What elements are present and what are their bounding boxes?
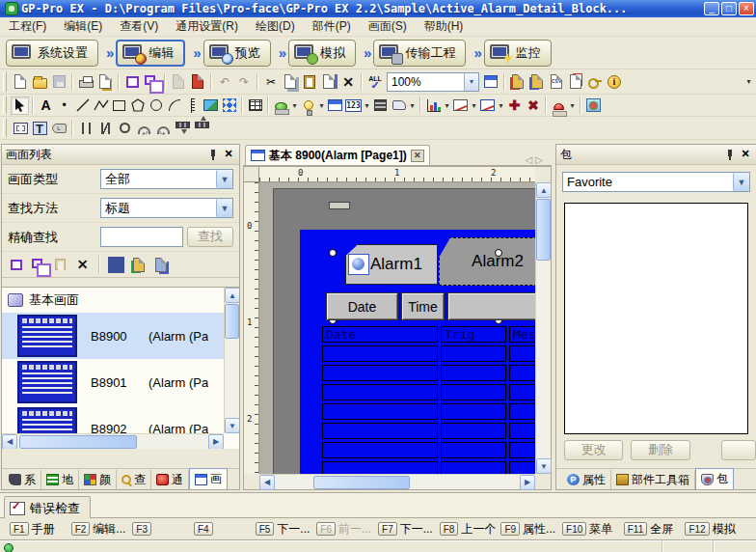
delete-button[interactable]: 删除 bbox=[631, 440, 689, 460]
zoom-dropdown-icon[interactable]: ▾ bbox=[464, 73, 478, 91]
scroll-down-icon[interactable]: ▼ bbox=[536, 458, 552, 474]
new-screen-icon[interactable] bbox=[122, 72, 142, 92]
monitor-button[interactable]: 监控 bbox=[484, 40, 552, 67]
alarm-part-icon[interactable] bbox=[550, 97, 568, 115]
find-method-combobox[interactable]: 标题 ▼ bbox=[100, 198, 233, 218]
tab-screen-list[interactable]: 画 bbox=[189, 468, 228, 489]
lamp-part-icon[interactable] bbox=[299, 97, 317, 115]
canvas-viewport[interactable]: Alarm1 Alarm2 Date Time Date bbox=[259, 182, 535, 474]
scrollbar-thumb[interactable] bbox=[225, 304, 239, 339]
alarm1-tab-part[interactable]: Alarm1 bbox=[345, 244, 438, 285]
close-button[interactable]: × bbox=[739, 2, 754, 15]
fkey-f2[interactable]: F2编辑... bbox=[71, 521, 133, 538]
error-check-tab[interactable]: 错误检查 bbox=[4, 496, 91, 519]
scroll-up-icon[interactable]: ▲ bbox=[536, 182, 552, 198]
base-screen-group[interactable]: 基本画面 bbox=[2, 288, 239, 313]
tab-scroll-arrows[interactable]: ◁▷ bbox=[526, 154, 552, 165]
tab-system[interactable]: 系 bbox=[4, 470, 41, 489]
exact-search-input[interactable] bbox=[100, 227, 183, 247]
simulation-button[interactable]: 模拟 bbox=[288, 40, 356, 67]
circle-tool-icon[interactable] bbox=[147, 97, 165, 115]
print-preview-icon[interactable] bbox=[95, 72, 115, 92]
polygon-tool-icon[interactable] bbox=[128, 97, 147, 115]
tab-address[interactable]: 地 bbox=[41, 470, 79, 489]
panel-close-icon[interactable]: ✕ bbox=[222, 148, 235, 161]
undo-icon[interactable]: ↶ bbox=[215, 72, 234, 92]
arc-tool-icon[interactable] bbox=[165, 97, 183, 115]
error-check-all-icon[interactable]: ALL✓ bbox=[365, 72, 385, 92]
new-screen-icon[interactable] bbox=[7, 256, 25, 274]
preview-screen-icon[interactable] bbox=[107, 256, 125, 274]
data-transfer-down-icon[interactable] bbox=[173, 119, 192, 138]
date-column-button[interactable]: Date bbox=[326, 292, 398, 320]
next-screen-icon[interactable] bbox=[188, 72, 207, 92]
scroll-right-icon[interactable]: ▶ bbox=[208, 434, 224, 450]
search-button[interactable]: 查找 bbox=[187, 227, 233, 247]
paste-icon[interactable] bbox=[300, 72, 319, 92]
pin-icon[interactable] bbox=[206, 148, 220, 161]
tab-comment[interactable]: 通 bbox=[151, 470, 189, 489]
paste-screen-icon[interactable] bbox=[51, 256, 69, 274]
timer-off-icon[interactable] bbox=[153, 119, 173, 138]
partial-button[interactable] bbox=[721, 440, 756, 460]
small-part[interactable] bbox=[329, 202, 350, 209]
table-tool-icon[interactable] bbox=[246, 97, 264, 115]
menu-common-settings[interactable]: 通用设置(R) bbox=[167, 16, 247, 37]
screen-list-vertical-scrollbar[interactable]: ▲ ▼ bbox=[224, 288, 239, 433]
fkey-f10[interactable]: F10菜单 bbox=[562, 521, 624, 538]
selection-handle[interactable] bbox=[495, 249, 502, 257]
scale-tool-icon[interactable] bbox=[183, 97, 202, 115]
minimize-button[interactable]: _ bbox=[704, 2, 719, 15]
rotate-part-icon[interactable]: ✚ bbox=[524, 97, 542, 115]
redo-icon[interactable]: ↷ bbox=[234, 72, 254, 92]
fit-screen-icon[interactable] bbox=[481, 72, 500, 92]
scroll-up-icon[interactable]: ▲ bbox=[225, 288, 239, 303]
edit-button[interactable]: 编辑 bbox=[116, 40, 185, 67]
polyline-tool-icon[interactable] bbox=[92, 97, 110, 115]
tab-properties[interactable]: P属性 bbox=[562, 470, 611, 489]
contact-no-icon[interactable] bbox=[76, 119, 95, 138]
scrollbar-thumb[interactable] bbox=[313, 476, 410, 489]
package-combobox[interactable]: Favorite ▼ bbox=[562, 172, 750, 192]
maximize-button[interactable]: □ bbox=[721, 2, 737, 15]
fkey-f7[interactable]: F7下一... bbox=[378, 521, 440, 538]
package-item-list[interactable] bbox=[564, 203, 748, 434]
line-graph-dropdown-icon[interactable]: ▾ bbox=[470, 97, 478, 115]
package-browser-icon[interactable] bbox=[584, 97, 603, 115]
special-text-part-icon[interactable]: T bbox=[30, 119, 49, 138]
keypad-part-icon[interactable] bbox=[371, 97, 390, 115]
toolbar-overflow-icon[interactable]: ▾ bbox=[744, 72, 753, 91]
copy-screen-icon[interactable] bbox=[29, 256, 47, 274]
fkey-f8[interactable]: F8上一个 bbox=[440, 521, 501, 538]
print-icon[interactable] bbox=[76, 72, 95, 92]
numeric-dropdown-icon[interactable]: ▾ bbox=[363, 97, 371, 115]
panel-close-icon[interactable]: ✕ bbox=[739, 148, 752, 161]
fkey-f4[interactable]: F4 bbox=[194, 522, 256, 536]
screen-item-b8901[interactable]: B8901 (Alarm (Pa bbox=[2, 359, 239, 405]
change-attribute-icon[interactable] bbox=[129, 256, 148, 274]
close-tab-icon[interactable]: ✕ bbox=[411, 150, 424, 162]
contact-nc-icon[interactable] bbox=[95, 119, 115, 138]
switch-part-icon[interactable] bbox=[272, 97, 290, 115]
tag-part-icon[interactable]: L bbox=[49, 119, 68, 138]
window-frame-part-icon[interactable] bbox=[11, 119, 30, 138]
fkey-f11[interactable]: F11全屏 bbox=[624, 521, 686, 538]
scroll-right-icon[interactable]: ▶ bbox=[520, 475, 535, 490]
alarm-dropdown-icon[interactable]: ▾ bbox=[568, 97, 577, 115]
csv-export-icon[interactable]: CSV bbox=[547, 72, 566, 92]
change-button[interactable]: 更改 bbox=[564, 440, 623, 460]
fkey-f12[interactable]: F12模拟 bbox=[685, 521, 746, 538]
cut-icon[interactable]: ✂ bbox=[261, 72, 281, 92]
security-key-icon[interactable] bbox=[585, 72, 605, 92]
delete-screen-icon[interactable]: ✕ bbox=[73, 256, 92, 274]
dot-tool-icon[interactable]: • bbox=[55, 97, 73, 115]
document-tab-base-8900[interactable]: 基本 8900(Alarm [Page1]) ✕ bbox=[245, 145, 430, 165]
time-column-button[interactable]: Time bbox=[401, 292, 445, 320]
selection-handle[interactable] bbox=[329, 249, 337, 257]
scrollbar-thumb[interactable] bbox=[19, 435, 137, 449]
save-file-icon[interactable] bbox=[49, 72, 68, 92]
screen-item-b8900[interactable]: B8900 (Alarm (Pa bbox=[2, 313, 239, 359]
previous-screen-icon[interactable] bbox=[169, 72, 188, 92]
data-display-icon[interactable] bbox=[390, 97, 408, 115]
bar-graph-icon[interactable] bbox=[424, 97, 443, 115]
